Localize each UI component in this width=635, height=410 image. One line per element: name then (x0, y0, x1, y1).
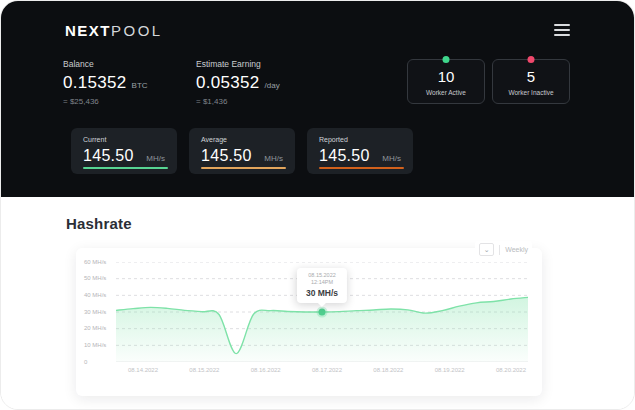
earning-value: 0.05352 (196, 73, 260, 93)
app-window: NEXT POOL Balance 0.15352 BTC = $25,436 … (0, 0, 635, 410)
average-value: 145.50 (201, 147, 252, 165)
x-tick-label: 08.20.2022 (496, 367, 526, 373)
y-tick-label: 20 MH/s (84, 325, 106, 331)
x-tick-label: 08.17.2022 (312, 367, 342, 373)
hashrate-chart-card: ⌄ Weekly 60 MH/s50 MH/s40 MH/s30 MH/s20 … (76, 248, 542, 396)
y-tick-label: 10 MH/s (84, 342, 106, 348)
worker-active-count: 10 (408, 68, 484, 85)
logo-text-primary: NEXT (65, 22, 111, 39)
x-tick-label: 08.15.2022 (189, 367, 219, 373)
chart-plot[interactable]: 08.15.2022 12:14PM 30 MH/s (116, 262, 528, 362)
worker-active-card[interactable]: 10 Worker Active (407, 59, 485, 104)
current-hashrate-card[interactable]: Current 145.50 MH/s (71, 128, 177, 174)
average-unit: MH/s (264, 154, 285, 163)
balance-unit: BTC (132, 81, 148, 90)
logo[interactable]: NEXT POOL (65, 22, 163, 39)
range-divider (499, 245, 500, 255)
menu-icon[interactable] (554, 24, 570, 36)
y-tick-label: 60 MH/s (84, 259, 106, 265)
earning-fiat: = $1,436 (196, 97, 329, 106)
y-tick-label: 40 MH/s (84, 292, 106, 298)
reported-value: 145.50 (319, 147, 370, 165)
average-hashrate-card[interactable]: Average 145.50 MH/s (189, 128, 295, 174)
average-label: Average (201, 136, 285, 143)
chevron-down-icon: ⌄ (479, 243, 494, 256)
chart-panel: Hashrate ⌄ Weekly 60 MH/s50 MH/s40 MH/s3… (1, 197, 634, 410)
header: NEXT POOL (1, 1, 634, 45)
balance-block: Balance 0.15352 BTC = $25,436 (63, 59, 196, 106)
chart-tooltip: 08.15.2022 12:14PM 30 MH/s (297, 268, 347, 303)
top-panel: NEXT POOL Balance 0.15352 BTC = $25,436 … (1, 1, 634, 197)
range-label: Weekly (505, 246, 528, 253)
current-accent-bar (83, 167, 168, 169)
balance-value: 0.15352 (63, 73, 127, 93)
x-tick-label: 08.16.2022 (251, 367, 281, 373)
earning-unit: /day (265, 81, 280, 90)
x-tick-label: 08.19.2022 (435, 367, 465, 373)
worker-cards: 10 Worker Active 5 Worker Inactive (407, 59, 570, 104)
area-fill (116, 297, 528, 362)
worker-inactive-label: Worker Inactive (493, 89, 569, 96)
worker-inactive-card[interactable]: 5 Worker Inactive (492, 59, 570, 104)
chart-body: 60 MH/s50 MH/s40 MH/s30 MH/s20 MH/s10 MH… (84, 262, 528, 362)
worker-active-label: Worker Active (408, 89, 484, 96)
range-selector[interactable]: ⌄ Weekly (475, 241, 532, 258)
page-title: Hashrate (1, 215, 634, 232)
current-label: Current (83, 136, 167, 143)
worker-active-dot-icon (443, 56, 450, 63)
balance-label: Balance (63, 59, 196, 69)
reported-unit: MH/s (382, 154, 403, 163)
y-tick-label: 50 MH/s (84, 275, 106, 281)
x-tick-label: 08.18.2022 (373, 367, 403, 373)
earning-block: Estimate Earning 0.05352 /day = $1,436 (196, 59, 329, 106)
y-axis-labels: 60 MH/s50 MH/s40 MH/s30 MH/s20 MH/s10 MH… (84, 262, 116, 362)
highlight-point-dot[interactable] (319, 309, 326, 316)
tooltip-time: 12:14PM (306, 279, 338, 286)
balance-fiat: = $25,436 (63, 97, 196, 106)
current-unit: MH/s (146, 154, 167, 163)
logo-text-secondary: POOL (111, 22, 163, 39)
average-accent-bar (201, 167, 286, 169)
reported-label: Reported (319, 136, 403, 143)
worker-inactive-dot-icon (528, 56, 535, 63)
earning-label: Estimate Earning (196, 59, 329, 69)
account-stats: Balance 0.15352 BTC = $25,436 Estimate E… (1, 47, 634, 106)
worker-inactive-count: 5 (493, 68, 569, 85)
current-value: 145.50 (83, 147, 134, 165)
y-tick-label: 30 MH/s (84, 309, 106, 315)
x-tick-label: 08.14.2022 (128, 367, 158, 373)
tooltip-value: 30 MH/s (306, 288, 338, 298)
x-axis-labels: 08.14.202208.15.202208.16.202208.17.2022… (128, 367, 526, 373)
y-tick-label: 0 (84, 359, 87, 365)
reported-hashrate-card[interactable]: Reported 145.50 MH/s (307, 128, 413, 174)
tooltip-date: 08.15.2022 (306, 272, 338, 279)
hashrate-summary-cards: Current 145.50 MH/s Average 145.50 MH/s … (1, 106, 634, 174)
reported-accent-bar (319, 167, 404, 169)
